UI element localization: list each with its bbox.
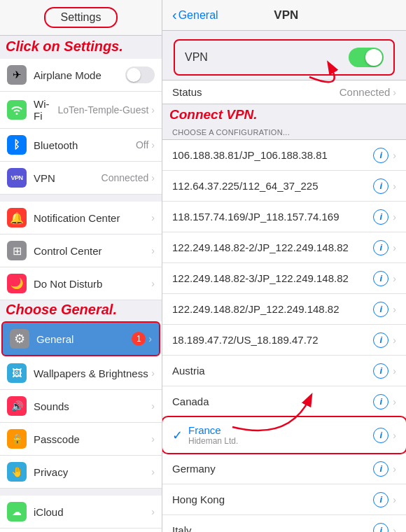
vpn-icon: VPN <box>7 168 27 188</box>
privacy-chevron: › <box>151 466 155 477</box>
settings-title[interactable]: Settings <box>44 7 118 28</box>
sounds-chevron: › <box>151 400 155 412</box>
general-chevron: › <box>148 333 152 344</box>
sounds-icon: 🔊 <box>7 396 27 416</box>
passcode-chevron: › <box>151 433 155 444</box>
choose-general-annotation: Choose General. <box>0 300 162 321</box>
vpn-toggle-row[interactable]: VPN <box>174 39 395 76</box>
privacy-icon: 🤚 <box>7 462 27 482</box>
vpn-item-name: 112.64.37.225/112_64_37_225 <box>172 180 373 192</box>
control-label: Control Center <box>34 245 151 257</box>
info-button[interactable]: i <box>373 394 388 410</box>
vpn-item-us[interactable]: 18.189.47.72/US_18.189.47.72 i › <box>162 325 406 356</box>
left-panel: Settings Click on Settings. ✈ Airplane M… <box>0 0 162 532</box>
disturb-label: Do Not Disturb <box>34 278 151 290</box>
airplane-row[interactable]: ✈ Airplane Mode <box>0 59 162 92</box>
wifi-icon <box>7 100 27 120</box>
disturb-icon: 🌙 <box>7 274 27 293</box>
vpn-item-name: 106.188.38.81/JP_106.188.38.81 <box>172 149 373 161</box>
vpn-item-jp6[interactable]: 122.249.148.82/JP_122.249.148.82 i › <box>162 294 406 325</box>
vpn-toggle-switch[interactable] <box>349 48 384 67</box>
back-button[interactable]: ‹ General <box>172 7 218 23</box>
notification-row[interactable]: 🔔 Notification Center › <box>0 202 162 234</box>
info-button[interactable]: i <box>373 461 388 477</box>
status-value: Connected <box>340 86 391 98</box>
item-chevron: › <box>393 242 396 253</box>
vpn-item-name: 122.249.148.82/JP_122.249.148.82 <box>172 303 373 315</box>
status-row: Status Connected › <box>162 80 406 104</box>
passcode-row[interactable]: 🔒 Passcode › <box>0 423 162 456</box>
click-settings-annotation: Click on Settings. <box>0 36 162 59</box>
bluetooth-icon: ᛒ <box>7 135 27 155</box>
vpn-item-name: Germany <box>172 463 373 475</box>
info-button[interactable]: i <box>373 428 388 443</box>
control-icon: ⊞ <box>7 241 27 260</box>
connect-vpn-annotation: Connect VPN. <box>162 104 406 125</box>
wifi-chevron: › <box>151 104 155 115</box>
info-button[interactable]: i <box>373 148 388 163</box>
icloud-row[interactable]: ☁ iCloud › <box>0 496 162 528</box>
privacy-row[interactable]: 🤚 Privacy › <box>0 456 162 489</box>
vpn-page-title: VPN <box>218 8 354 22</box>
right-panel: ‹ General VPN VPN Status Connected › Con… <box>162 0 406 532</box>
vpn-label: VPN <box>34 172 102 184</box>
disturb-chevron: › <box>151 278 155 289</box>
passcode-icon: 🔒 <box>7 429 27 449</box>
info-button[interactable]: i <box>373 332 388 348</box>
notification-label: Notification Center <box>34 212 151 224</box>
vpn-item-name: Italy <box>172 524 373 532</box>
item-chevron: › <box>393 273 396 284</box>
general-label: General <box>36 333 132 345</box>
vpn-item-jp5[interactable]: 122.249.148.82-3/JP_122.249.148.82 i › <box>162 263 406 294</box>
notification-icon: 🔔 <box>7 208 27 227</box>
icloud-icon: ☁ <box>7 502 27 522</box>
item-chevron: › <box>393 430 396 441</box>
vpn-item-austria[interactable]: Austria i › <box>162 356 406 386</box>
vpn-item-jp3[interactable]: 118.157.74.169/JP_118.157.74.169 i › <box>162 202 406 232</box>
vpn-toggle-label: VPN <box>185 51 349 64</box>
vpn-item-name: 118.157.74.169/JP_118.157.74.169 <box>172 211 373 223</box>
info-button[interactable]: i <box>373 240 388 255</box>
vpn-item-france[interactable]: ✓ France Hideman Ltd. i › <box>162 417 406 454</box>
mail-row[interactable]: ✉ Mail, Contacts, Calendars › <box>0 528 162 532</box>
vpn-item-canada[interactable]: Canada i › <box>162 386 406 417</box>
vpn-item-hongkong[interactable]: Hong Kong i › <box>162 484 406 515</box>
airplane-label: Airplane Mode <box>34 69 125 81</box>
wifi-row[interactable]: Wi-Fi LoTen-Temple-Guest › <box>0 92 162 129</box>
general-badge: 1 <box>132 332 146 346</box>
wallpaper-row[interactable]: 🖼 Wallpapers & Brightness › <box>0 357 162 390</box>
vpn-item-jp4[interactable]: 122.249.148.82-2/JP_122.249.148.82 i › <box>162 232 406 263</box>
general-row[interactable]: ⚙ General 1 › <box>1 321 160 356</box>
vpn-item-jp1[interactable]: 106.188.38.81/JP_106.188.38.81 i › <box>162 140 406 171</box>
sounds-row[interactable]: 🔊 Sounds › <box>0 390 162 423</box>
vpn-item-name: Austria <box>172 365 373 377</box>
disturb-row[interactable]: 🌙 Do Not Disturb › <box>0 267 162 300</box>
control-row[interactable]: ⊞ Control Center › <box>0 234 162 267</box>
notification-list: 🔔 Notification Center › ⊞ Control Center… <box>0 202 162 300</box>
info-button[interactable]: i <box>373 271 388 286</box>
vpn-item-name: Canada <box>172 396 373 407</box>
back-label: General <box>178 9 218 22</box>
vpn-row[interactable]: VPN VPN Connected › <box>0 162 162 195</box>
item-chevron: › <box>393 525 396 533</box>
wifi-value: LoTen-Temple-Guest <box>57 104 148 115</box>
bluetooth-row[interactable]: ᛒ Bluetooth Off › <box>0 129 162 162</box>
sounds-label: Sounds <box>34 400 151 412</box>
vpn-item-jp2[interactable]: 112.64.37.225/112_64_37_225 i › <box>162 171 406 202</box>
info-button[interactable]: i <box>373 492 388 507</box>
info-button[interactable]: i <box>373 178 388 194</box>
vpn-item-name: 122.249.148.82-2/JP_122.249.148.82 <box>172 241 373 253</box>
config-section-header: CHOOSE A CONFIGURATION... <box>162 125 406 139</box>
info-button[interactable]: i <box>373 302 388 317</box>
item-chevron: › <box>393 396 396 407</box>
info-button[interactable]: i <box>373 523 388 533</box>
vpn-item-germany[interactable]: Germany i › <box>162 454 406 484</box>
info-button[interactable]: i <box>373 363 388 379</box>
item-chevron: › <box>393 150 396 161</box>
vpn-item-italy[interactable]: Italy i › <box>162 515 406 532</box>
info-button[interactable]: i <box>373 209 388 225</box>
item-chevron: › <box>393 304 396 315</box>
wifi-label: Wi-Fi <box>34 98 57 122</box>
item-chevron: › <box>393 335 396 346</box>
icloud-chevron: › <box>151 506 155 517</box>
